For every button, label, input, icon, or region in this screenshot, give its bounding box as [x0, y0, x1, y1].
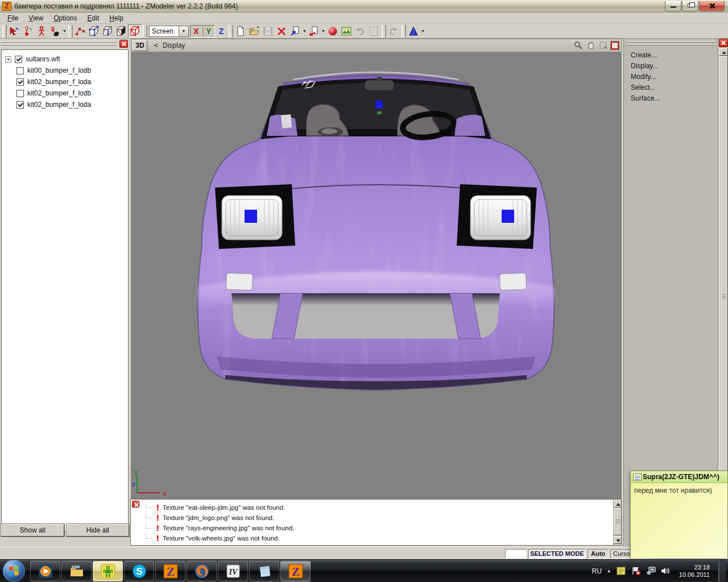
volume-tray-icon[interactable] [661, 567, 671, 575]
viewport-canvas[interactable]: y z x [131, 52, 621, 498]
breadcrumb-back-icon[interactable]: < [154, 41, 158, 49]
history-list-button[interactable] [367, 24, 380, 38]
group-tool-button[interactable] [48, 24, 62, 38]
toolbar-grip[interactable] [143, 25, 147, 38]
minimize-button[interactable] [665, 1, 681, 11]
viewport-maximize-toggle[interactable] [611, 41, 619, 49]
commands-panel-header[interactable] [626, 40, 716, 48]
menu-options[interactable]: Options [48, 13, 82, 23]
new-file-button[interactable] [234, 24, 247, 38]
open-file-button[interactable] [247, 24, 261, 38]
mode-objects-cube-button[interactable] [128, 24, 142, 38]
status-auto-toggle[interactable]: Auto [588, 549, 609, 559]
command-modify[interactable]: Modify... [631, 73, 660, 81]
taskbar-skype-button[interactable]: S [124, 561, 154, 581]
hierarchy-panel-header[interactable] [1, 40, 129, 48]
vertex-edit-button[interactable] [73, 24, 87, 38]
viewport-breadcrumb[interactable]: Display [163, 41, 185, 49]
save-button[interactable] [261, 24, 275, 38]
axis-y-button[interactable]: Y [202, 25, 215, 38]
mode-edges-cube-button[interactable] [101, 24, 114, 38]
taskbar-zmodeler-active-button[interactable]: Z [280, 561, 311, 581]
material-editor-button[interactable] [326, 24, 340, 38]
menu-view[interactable]: View [23, 13, 48, 23]
network-tray-icon[interactable] [646, 567, 656, 575]
move-tool-button[interactable] [21, 24, 35, 38]
sticky-note-header[interactable]: Supra(2JZ-GTE)JDM^^) [631, 471, 727, 483]
sticky-notes-tray-icon[interactable] [617, 567, 626, 575]
import-button[interactable] [288, 24, 302, 38]
scroll-down-icon[interactable] [616, 539, 621, 542]
export-dropdown-icon[interactable]: ▼ [321, 29, 326, 33]
tree-checkbox[interactable] [15, 56, 22, 63]
select-tool-button[interactable] [7, 24, 21, 38]
commands-close-icon[interactable] [719, 39, 728, 47]
log-message[interactable]: ! Texture "volk-wheels.jpg" was not foun… [146, 533, 612, 543]
log-scrollbar[interactable] [613, 500, 621, 545]
zoom-icon[interactable] [573, 41, 584, 51]
toolbar-grip[interactable] [402, 25, 406, 38]
log-message[interactable]: ! Texture "rays-engineering.jpg" was not… [146, 523, 612, 533]
redo-button[interactable] [387, 24, 400, 38]
toolbar-grip[interactable] [229, 25, 233, 38]
sticky-note-body[interactable]: перед мне тот нравится) [631, 483, 727, 558]
taskbar-notepad-button[interactable] [249, 561, 279, 581]
bone-figure-button[interactable] [35, 24, 48, 38]
hide-all-button[interactable]: Hide all [67, 524, 130, 537]
show-desktop-button[interactable] [718, 560, 726, 582]
tree-checkbox[interactable] [16, 78, 24, 86]
mode-faces-cube-button[interactable] [114, 24, 128, 38]
taskbar-firefox-button[interactable] [187, 561, 217, 581]
command-display[interactable]: Display... [631, 62, 660, 70]
action-center-flag-icon[interactable] [631, 567, 641, 575]
render-cone-button[interactable] [407, 24, 420, 38]
toolbar-grip[interactable] [2, 25, 6, 38]
command-select[interactable]: Select... [631, 84, 660, 92]
restore-button[interactable] [682, 1, 698, 11]
scroll-up-icon[interactable] [616, 503, 621, 506]
toolbar-grip[interactable] [382, 25, 386, 38]
close-button[interactable] [699, 1, 725, 11]
log-message[interactable]: ! Texture "eat-sleep-jdm.jpg" was not fo… [146, 502, 612, 513]
menu-file[interactable]: File [2, 13, 23, 23]
tree-row-kit02-loda[interactable]: kit02_bumper_f_loda [3, 76, 127, 88]
tree-row-kit00-lodb[interactable]: kit00_bumper_f_lodb [3, 65, 127, 76]
texture-browser-button[interactable] [340, 24, 353, 38]
taskbar-gtaiv-button[interactable]: IV [218, 561, 248, 581]
log-close-icon[interactable] [132, 501, 139, 508]
expand-icon[interactable] [5, 56, 11, 63]
select-region-icon[interactable] [598, 41, 609, 51]
menu-edit[interactable]: Edit [82, 13, 105, 23]
axis-x-button[interactable]: X [190, 25, 202, 38]
taskbar-zmodeler-button[interactable]: Z [155, 561, 185, 581]
log-message[interactable]: ! Texture "jdm_logo.png" was not found. [146, 513, 612, 523]
tree-checkbox[interactable] [16, 67, 24, 74]
undo-button[interactable] [353, 24, 367, 38]
scroll-thumb[interactable] [614, 508, 622, 535]
language-indicator[interactable]: RU [592, 567, 601, 575]
tree-row-sultanrs[interactable]: sultanrs.wft [3, 53, 127, 65]
tray-expand-icon[interactable]: ▲ [607, 568, 611, 573]
hierarchy-close-icon[interactable] [119, 40, 128, 48]
scroll-thumb[interactable] [719, 56, 728, 537]
import-dropdown-icon[interactable]: ▼ [302, 29, 307, 33]
title-bar[interactable]: Z бампера поставил и подровнял 1111111 -… [0, 0, 728, 13]
pan-hand-icon[interactable] [586, 41, 596, 51]
viewport-mode-tab[interactable]: 3D [133, 40, 147, 51]
taskbar-wmp-button[interactable] [30, 561, 60, 581]
command-surface[interactable]: Surface... [631, 94, 660, 102]
command-create[interactable]: Create... [631, 51, 660, 59]
tree-row-kit02-lodb[interactable]: kit02_bumper_f_lodb [3, 88, 127, 99]
taskbar-explorer-button[interactable] [61, 561, 92, 581]
tree-checkbox[interactable] [16, 101, 24, 109]
mode-vertices-cube-button[interactable] [87, 24, 101, 38]
group-tool-dropdown-icon[interactable]: ▼ [62, 29, 67, 33]
view-mode-combo[interactable]: Screen ▼ [149, 26, 189, 37]
menu-help[interactable]: Help [104, 13, 129, 23]
taskbar-clock[interactable]: 23:18 10.06.2011 [679, 564, 710, 579]
delete-button[interactable] [275, 24, 288, 38]
tree-row-kit02-loda2[interactable]: kit02_bumper_f_loda [3, 99, 127, 110]
tree-checkbox[interactable] [16, 90, 24, 97]
start-button[interactable] [3, 560, 25, 582]
show-all-button[interactable]: Show all [1, 524, 64, 537]
